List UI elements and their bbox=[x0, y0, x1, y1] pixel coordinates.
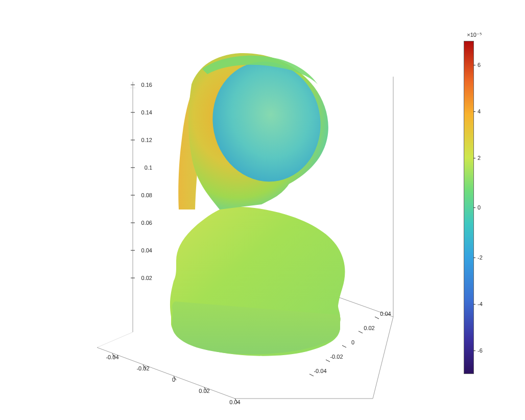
z-tick-label: 0.16 bbox=[132, 82, 152, 88]
y-tick-label: -0.04 bbox=[310, 368, 330, 374]
cb-tick-label: -4 bbox=[478, 301, 483, 307]
svg-line-22 bbox=[359, 331, 363, 333]
x-tick-label: -0.02 bbox=[133, 365, 153, 371]
plot3d-axes bbox=[66, 31, 424, 399]
cb-tick-label: 0 bbox=[478, 204, 481, 211]
cb-tick-label: -2 bbox=[478, 254, 483, 261]
y-tick-label: 0 bbox=[343, 339, 363, 345]
cb-tick-label: -6 bbox=[478, 347, 483, 354]
svg-line-25 bbox=[309, 374, 314, 376]
plot3d-svg bbox=[66, 31, 424, 399]
z-tick-label: 0.08 bbox=[132, 192, 152, 198]
colorbar: 6 4 2 0 -2 -4 -6 bbox=[464, 41, 474, 374]
colorbar-exponent: ×10⁻⁵ bbox=[467, 32, 482, 38]
z-tick-label: 0.12 bbox=[132, 137, 152, 143]
svg-line-24 bbox=[326, 360, 330, 362]
x-tick-label: 0 bbox=[163, 377, 184, 383]
y-tick-label: -0.02 bbox=[326, 354, 347, 360]
cb-tick-label: 6 bbox=[478, 62, 481, 68]
z-tick-label: 0.04 bbox=[132, 247, 152, 253]
x-tick-label: -0.04 bbox=[102, 354, 123, 360]
cb-tick-label: 4 bbox=[478, 108, 481, 114]
cb-tick-label: 2 bbox=[478, 155, 481, 161]
y-tick-label: 0.04 bbox=[375, 311, 396, 317]
svg-line-1 bbox=[97, 332, 133, 347]
z-tick-label: 0.06 bbox=[132, 220, 152, 226]
x-tick-label: 0.02 bbox=[194, 388, 214, 394]
svg-line-23 bbox=[342, 345, 346, 347]
z-tick-label: 0.1 bbox=[132, 165, 152, 171]
surface-3d-body bbox=[170, 52, 345, 356]
z-tick-label: 0.14 bbox=[132, 109, 152, 115]
svg-line-21 bbox=[375, 317, 379, 319]
z-tick-label: 0.02 bbox=[132, 275, 152, 281]
y-tick-label: 0.02 bbox=[359, 325, 379, 331]
x-tick-label: 0.04 bbox=[225, 399, 245, 405]
